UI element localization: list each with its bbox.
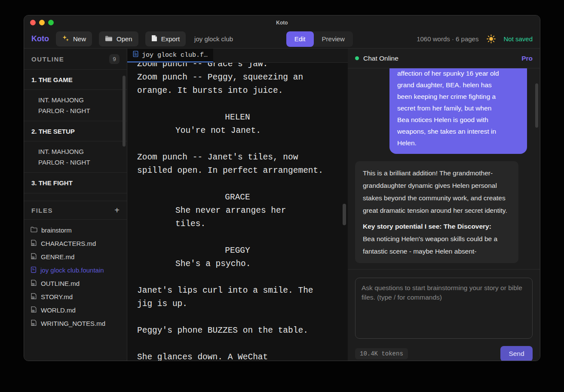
assistant-paragraph: This is a brilliant addition! The grandm… bbox=[363, 167, 511, 217]
chat-scrollbar[interactable] bbox=[535, 83, 538, 128]
outline-scrollbar[interactable] bbox=[123, 76, 126, 147]
outline-item-section[interactable]: 2. THE SETUP bbox=[24, 121, 127, 141]
document-title: joy glock club bbox=[194, 35, 233, 43]
script-line bbox=[137, 271, 348, 284]
user-message-line: Bea notices Helen is good with bbox=[397, 114, 519, 126]
add-file-button[interactable]: + bbox=[114, 206, 120, 214]
send-button[interactable]: Send bbox=[500, 346, 533, 361]
new-button[interactable]: New bbox=[56, 31, 92, 46]
md-file-icon: MD bbox=[31, 306, 37, 314]
file-item[interactable]: MD WORLD.md bbox=[24, 303, 127, 317]
outline-item-section[interactable]: 1. THE GAME bbox=[24, 70, 127, 90]
script-line: HELEN bbox=[137, 111, 348, 124]
user-message-line: secret from her family, but when bbox=[397, 102, 519, 114]
titlebar: Koto bbox=[24, 15, 540, 30]
document-icon bbox=[133, 51, 138, 59]
script-line bbox=[137, 231, 348, 244]
script-line bbox=[137, 178, 348, 191]
editor-tab-title: joy glock club.f… bbox=[142, 52, 208, 59]
chat-messages[interactable]: affection of her spunky 16 year old gran… bbox=[348, 68, 540, 269]
svg-text:MD: MD bbox=[32, 324, 34, 325]
open-button-label: Open bbox=[116, 35, 132, 43]
script-line: tiles. bbox=[137, 217, 348, 231]
folder-icon bbox=[31, 227, 37, 234]
svg-text:MD: MD bbox=[32, 284, 34, 285]
outline-header-label: OUTLINE bbox=[31, 55, 64, 63]
script-line: Zoom punch -- Grace's jaw. bbox=[137, 63, 348, 71]
online-status-icon bbox=[355, 56, 359, 60]
user-message-line: affection of her spunky 16 year old bbox=[397, 68, 519, 79]
file-item[interactable]: MD OUTLINE.md bbox=[24, 277, 127, 290]
user-message-line: been keeping her crime fighting a bbox=[397, 91, 519, 102]
minimize-window-button[interactable] bbox=[39, 20, 45, 25]
script-line: GRACE bbox=[137, 191, 348, 204]
file-item[interactable]: brainstorm bbox=[24, 224, 127, 237]
page-icon bbox=[151, 35, 157, 43]
tab-preview[interactable]: Preview bbox=[314, 31, 353, 47]
file-item[interactable]: MD GENRE.md bbox=[24, 250, 127, 263]
editor-tabbar: joy glock club.f… bbox=[127, 49, 348, 63]
script-line: jig is up. bbox=[137, 297, 348, 311]
script-line: She glances down. A WeChat bbox=[137, 351, 348, 361]
user-message-bubble: affection of her spunky 16 year old gran… bbox=[389, 68, 527, 154]
pro-badge[interactable]: Pro bbox=[521, 55, 533, 62]
file-name: WORLD.md bbox=[41, 306, 76, 314]
script-line: You're not Janet. bbox=[137, 124, 348, 138]
editor-content[interactable]: Zoom punch -- Grace's jaw. Zoom punch --… bbox=[127, 63, 348, 361]
app-logo: Koto bbox=[31, 34, 49, 43]
tab-edit[interactable]: Edit bbox=[286, 31, 314, 47]
folder-icon bbox=[105, 35, 113, 43]
word-page-stats: 1060 words · 6 pages bbox=[417, 35, 478, 43]
script-line: orange. It bursts into juice. bbox=[137, 84, 348, 98]
file-name: STORY.md bbox=[41, 293, 73, 300]
file-item-selected[interactable]: joy glock club.fountain bbox=[24, 263, 127, 277]
open-button[interactable]: Open bbox=[99, 31, 138, 46]
chat-input[interactable] bbox=[355, 278, 533, 339]
view-mode-switch: Edit Preview bbox=[286, 31, 353, 47]
user-message-line: grand daughter, BEA. helen has bbox=[397, 79, 519, 91]
file-name: OUTLINE.md bbox=[41, 280, 80, 287]
svg-text:MD: MD bbox=[32, 310, 34, 312]
zoom-window-button[interactable] bbox=[48, 20, 54, 25]
export-button[interactable]: Export bbox=[145, 31, 186, 46]
chat-header: Chat Online Pro bbox=[348, 49, 540, 68]
file-item[interactable]: MD WRITING_NOTES.md bbox=[24, 317, 127, 330]
file-name: GENRE.md bbox=[41, 253, 74, 260]
files-header: FILES + bbox=[24, 201, 127, 220]
fountain-file-icon bbox=[31, 266, 37, 274]
file-item[interactable]: MD STORY.md bbox=[24, 290, 127, 303]
assistant-message-bubble: This is a brilliant addition! The grandm… bbox=[355, 161, 518, 263]
files-header-label: FILES bbox=[31, 207, 53, 214]
assistant-paragraph: Key story potential I see: The Discovery… bbox=[363, 220, 511, 257]
toolbar: Koto New Open Export joy glock club Edit… bbox=[24, 30, 540, 49]
user-message-line: Helen. bbox=[397, 137, 519, 149]
script-line: Zoom punch -- Peggy, squeezing an bbox=[137, 71, 348, 84]
assistant-text: Bea noticing Helen's weapon skills could… bbox=[363, 235, 497, 255]
md-file-icon: MD bbox=[31, 279, 37, 288]
editor-tab[interactable]: joy glock club.f… bbox=[127, 49, 213, 62]
script-line: spilled open. In perfect arrangement. bbox=[137, 164, 348, 178]
script-line bbox=[137, 98, 348, 111]
md-file-icon: MD bbox=[31, 293, 37, 301]
sparkles-icon bbox=[62, 35, 69, 43]
script-line bbox=[137, 138, 348, 151]
md-file-icon: MD bbox=[31, 239, 37, 248]
file-name: brainstorm bbox=[41, 227, 72, 234]
file-item[interactable]: MD CHARACTERS.md bbox=[24, 237, 127, 250]
script-line: PEGGY bbox=[137, 244, 348, 257]
editor-panel: joy glock club.f… Zoom punch -- Grace's … bbox=[127, 49, 348, 361]
file-name: joy glock club.fountain bbox=[40, 266, 104, 274]
sun-icon[interactable] bbox=[486, 34, 496, 44]
sidebar: OUTLINE 9 1. THE GAME INT. MAHJONG PARLO… bbox=[24, 49, 127, 361]
editor-scrollbar[interactable] bbox=[343, 204, 346, 225]
assistant-bold-text: Key story potential I see: The Discovery… bbox=[363, 220, 511, 233]
svg-text:MD: MD bbox=[32, 244, 34, 245]
outline-item-scene[interactable]: INT. MAHJONG PARLOR - NIGHT bbox=[24, 90, 110, 121]
close-window-button[interactable] bbox=[30, 20, 36, 25]
outline-item-section[interactable]: 3. THE FIGHT bbox=[24, 173, 127, 193]
outline-item-scene[interactable]: INT. MAHJONG PARLOR - NIGHT bbox=[24, 141, 110, 172]
chat-panel: Chat Online Pro affection of her spunky … bbox=[348, 49, 540, 361]
script-line: She never arranges her bbox=[137, 204, 348, 217]
svg-text:MD: MD bbox=[32, 257, 34, 259]
app-window: Koto Koto New Open Export joy glock club… bbox=[24, 15, 540, 361]
